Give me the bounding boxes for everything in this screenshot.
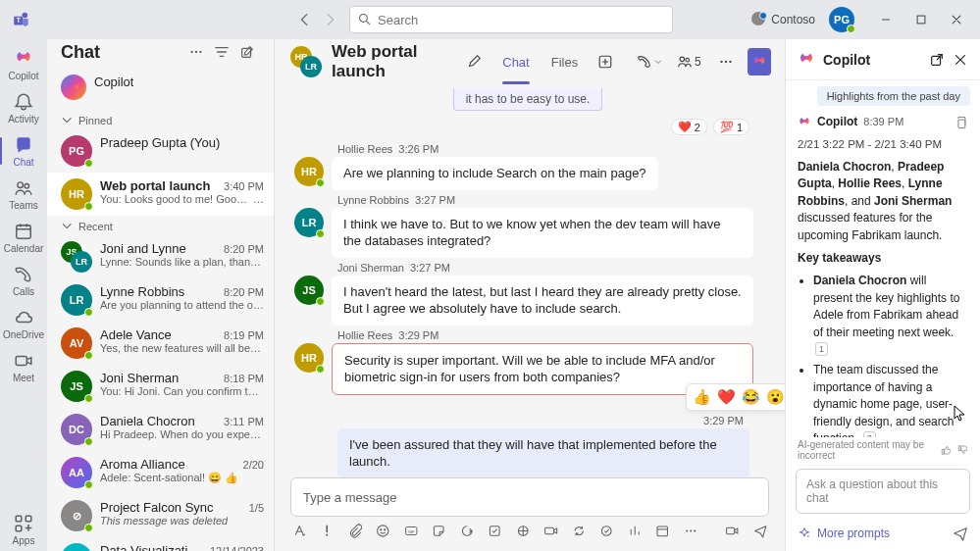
copilot-send[interactable]	[953, 526, 968, 541]
message-sent: 3:29 PMI've been assured that they will …	[284, 415, 749, 477]
search-input[interactable]	[378, 13, 664, 27]
reaction-pill[interactable]: 💯1	[713, 119, 749, 135]
chat-entry[interactable]: PGPradeep Gupta (You)	[47, 129, 274, 173]
copilot-popout[interactable]	[929, 52, 945, 68]
window-maximize[interactable]	[905, 6, 937, 33]
org-presence[interactable]: Contoso	[751, 12, 815, 27]
chat-filter-button[interactable]	[209, 39, 234, 65]
conversation-pane: HR LR Web portal launch Chat Files 5 it …	[275, 39, 785, 551]
copilot-close[interactable]	[953, 52, 968, 68]
me-avatar[interactable]: PG	[829, 7, 854, 32]
svg-rect-25	[490, 526, 500, 536]
loop-icon[interactable]	[460, 523, 474, 539]
call-button[interactable]	[637, 48, 663, 75]
copilot-icon	[798, 51, 815, 69]
svg-rect-15	[17, 225, 30, 237]
nav-back-button[interactable]	[294, 9, 316, 30]
nav-forward-button[interactable]	[320, 9, 341, 30]
reaction-bar[interactable]: 👍❤️😂😮🙏	[686, 383, 785, 411]
section-recent[interactable]: Recent	[47, 216, 274, 235]
attach-icon[interactable]	[348, 523, 362, 539]
sparkle-icon	[798, 526, 811, 540]
chat-entry[interactable]: JSJoni Sherman8:18 PMYou: Hi Joni. Can y…	[47, 365, 274, 408]
rail-calls[interactable]: Calls	[0, 259, 47, 302]
search-box[interactable]	[349, 6, 673, 33]
schedule-icon[interactable]	[655, 523, 669, 539]
conv-more-button[interactable]	[715, 48, 739, 75]
send-button[interactable]	[753, 523, 767, 539]
section-pinned[interactable]: Pinned	[47, 110, 274, 129]
feedback-up[interactable]	[941, 443, 952, 457]
compose-more-icon[interactable]	[684, 523, 697, 539]
chat-entry[interactable]: LRLynne Robbins8:20 PMAre you planning t…	[47, 278, 274, 322]
tab-files[interactable]: Files	[545, 39, 584, 84]
message-received: HR Hollie Rees 3:29 PMSecurity is super …	[284, 329, 771, 411]
rail-chat[interactable]: Chat	[0, 129, 47, 173]
context-snippet: it has to be easy to use.	[453, 88, 603, 111]
compose-input[interactable]: Type a message	[290, 477, 769, 517]
citation-ref[interactable]: 1	[815, 342, 828, 356]
stream-icon[interactable]	[543, 523, 557, 539]
message-received: JS Joni Sherman 3:27 PMI haven't heard t…	[284, 262, 771, 326]
chat-entry[interactable]: JSLRJoni and Lynne8:20 PMLynne: Sounds l…	[47, 235, 274, 278]
takeaway-item: Daniela Chocron will present the key hig…	[813, 273, 968, 358]
reaction-pill[interactable]: ❤️2	[671, 119, 707, 135]
rail-onedrive[interactable]: OneDrive	[0, 302, 47, 345]
svg-rect-30	[727, 527, 735, 533]
teams-app-icon	[12, 10, 31, 29]
actions-icon[interactable]	[488, 523, 501, 539]
message-received: HR Hollie Rees 3:26 PMAre we planning to…	[284, 143, 771, 190]
chat-entry[interactable]: DCDaniela Chocron3:11 PMHi Pradeep. When…	[47, 408, 274, 451]
copilot-ask-input[interactable]: Ask a question about this chat	[796, 469, 970, 514]
copilot-toggle-button[interactable]	[748, 48, 771, 75]
record-icon[interactable]	[725, 523, 739, 539]
chat-entry[interactable]: AVAdele Vance8:19 PMYes, the new feature…	[47, 322, 274, 365]
rail-apps[interactable]: Apps	[0, 508, 47, 551]
message-list[interactable]: it has to be easy to use. ❤️2💯1 HR Holli…	[275, 84, 785, 477]
rail-teams[interactable]: Teams	[0, 173, 47, 216]
sticker-icon[interactable]	[432, 523, 445, 539]
rail-calendar[interactable]: Calendar	[0, 216, 47, 259]
prompt-chip[interactable]: Highlights from the past day	[817, 86, 970, 106]
gif-icon[interactable]: GIF	[404, 523, 418, 539]
new-chat-button[interactable]	[234, 39, 260, 65]
chat-entry[interactable]: HRWeb portal launch3:40 PMYou: Looks goo…	[47, 173, 274, 216]
svg-rect-29	[657, 526, 667, 536]
rail-activity[interactable]: Activity	[0, 86, 47, 129]
tab-chat[interactable]: Chat	[496, 39, 535, 84]
compose-toolbar: GIF	[290, 517, 769, 545]
chat-entry-copilot[interactable]: Copilot	[47, 65, 274, 110]
polls-icon[interactable]	[628, 523, 642, 539]
ai-disclaimer: AI-generated content may be incorrect	[798, 439, 929, 461]
rename-button[interactable]	[464, 48, 488, 75]
chat-entry[interactable]: DVData Visualization Issue12/14/2023Deep…	[47, 537, 274, 551]
takeaway-item: The team discussed the importance of hav…	[813, 362, 968, 437]
rail-meet[interactable]: Meet	[0, 345, 47, 388]
chat-more-button[interactable]	[183, 39, 209, 65]
titlebar: Contoso PG	[0, 0, 980, 39]
emoji-icon[interactable]	[376, 523, 389, 539]
format-icon[interactable]	[292, 523, 306, 539]
chat-entry[interactable]: AAAroma Alliance2/20Adele: Scent-sationa…	[47, 451, 274, 494]
copy-button[interactable]	[954, 116, 968, 129]
window-close[interactable]	[941, 6, 972, 33]
chat-list-title: Chat	[61, 42, 100, 63]
approvals-icon[interactable]	[599, 523, 613, 539]
window-minimize[interactable]	[870, 6, 902, 33]
svg-point-20	[378, 526, 388, 536]
feedback-down[interactable]	[957, 443, 968, 457]
svg-rect-27	[545, 527, 554, 533]
svg-rect-17	[16, 516, 22, 522]
updates-icon[interactable]	[572, 523, 586, 539]
svg-rect-19	[16, 526, 22, 531]
people-button[interactable]: 5	[673, 48, 705, 75]
priority-icon[interactable]	[320, 523, 334, 539]
conversation-title: Web portal launch	[332, 42, 454, 81]
rail-copilot[interactable]: Copilot	[0, 43, 47, 86]
add-tab-button[interactable]	[593, 48, 617, 75]
more-prompts-link[interactable]: More prompts	[817, 526, 890, 540]
app-rail: Copilot Activity Chat Teams Calendar Cal…	[0, 39, 47, 551]
viva-icon[interactable]	[516, 523, 530, 539]
copilot-response: Copilot 8:39 PM 2/21 3:22 PM - 2/21 3:40…	[786, 112, 980, 437]
chat-entry[interactable]: ⊘Project Falcon Sync1/5This message was …	[47, 494, 274, 537]
